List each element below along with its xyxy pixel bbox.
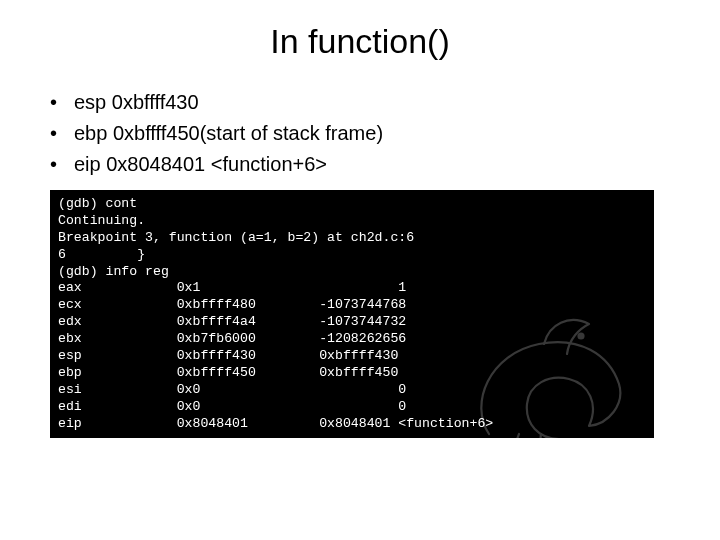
terminal-line: Continuing.	[58, 213, 646, 230]
register-row: esp 0xbffff430 0xbffff430	[58, 348, 646, 365]
register-row: eip 0x8048401 0x8048401 <function+6>	[58, 416, 646, 433]
terminal-line: Breakpoint 3, function (a=1, b=2) at ch2…	[58, 230, 646, 247]
bullet-list: esp 0xbffff430 ebp 0xbffff450(start of s…	[50, 87, 720, 180]
bullet-item: ebp 0xbffff450(start of stack frame)	[50, 118, 720, 149]
slide: In function() esp 0xbffff430 ebp 0xbffff…	[0, 22, 720, 540]
terminal-line: 6 }	[58, 247, 646, 264]
terminal: (gdb) cont Continuing. Breakpoint 3, fun…	[50, 190, 654, 438]
bullet-item: eip 0x8048401 <function+6>	[50, 149, 720, 180]
register-row: ebx 0xb7fb6000 -1208262656	[58, 331, 646, 348]
register-row: edx 0xbffff4a4 -1073744732	[58, 314, 646, 331]
terminal-line: (gdb) info reg	[58, 264, 646, 281]
register-row: ecx 0xbffff480 -1073744768	[58, 297, 646, 314]
register-row: esi 0x0 0	[58, 382, 646, 399]
register-row: edi 0x0 0	[58, 399, 646, 416]
terminal-line: (gdb) cont	[58, 196, 646, 213]
bullet-item: esp 0xbffff430	[50, 87, 720, 118]
register-row: eax 0x1 1	[58, 280, 646, 297]
register-row: ebp 0xbffff450 0xbffff450	[58, 365, 646, 382]
slide-title: In function()	[0, 22, 720, 61]
terminal-screenshot: (gdb) cont Continuing. Breakpoint 3, fun…	[50, 190, 720, 438]
register-table: eax 0x1 1ecx 0xbffff480 -1073744768edx 0…	[58, 280, 646, 432]
